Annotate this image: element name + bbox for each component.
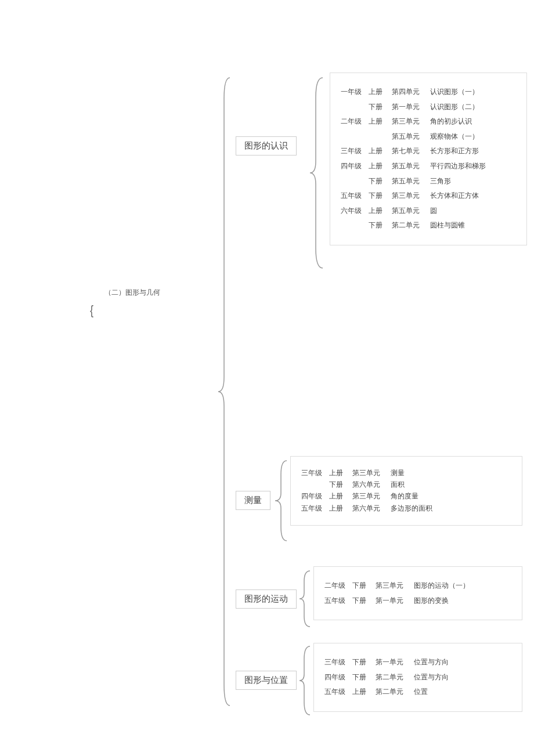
cell-grade: 三年级 (341, 145, 369, 158)
cell-unit: 第二单元 (376, 671, 414, 684)
bracket-motion-icon (297, 567, 312, 630)
cell-unit: 第五单元 (392, 160, 430, 173)
cell-topic: 图形的运动（一） (414, 580, 510, 592)
cell-volume: 上册 (329, 468, 352, 479)
cell-unit: 第三单元 (352, 468, 391, 479)
cell-grade (341, 101, 369, 114)
cell-topic: 角的度量 (391, 491, 510, 502)
bracket-measurement-icon (273, 457, 289, 544)
cell-topic: 平行四边形和梯形 (430, 160, 515, 173)
cell-topic: 长方体和正方体 (430, 190, 515, 202)
content-row: 二年级下册第三单元图形的运动（一） (324, 580, 510, 592)
content-row: 四年级上册第五单元平行四边形和梯形 (341, 160, 515, 173)
cell-topic: 位置与方向 (414, 656, 510, 669)
cell-unit: 第三单元 (392, 190, 430, 202)
content-row: 一年级上册第四单元认识图形（一） (341, 86, 515, 99)
cell-grade: 四年级 (301, 491, 329, 502)
cell-volume: 下册 (352, 580, 376, 592)
cell-unit: 第二单元 (392, 219, 430, 232)
category-position-label: 图形与位置 (244, 675, 288, 685)
category-motion: 图形的运动 (236, 589, 297, 609)
cell-topic: 图形的变换 (414, 595, 510, 607)
cell-topic: 圆柱与圆锥 (430, 219, 515, 232)
cell-topic: 认识图形（一） (430, 86, 515, 99)
cell-topic: 三角形 (430, 175, 515, 188)
panel-position: 三年级下册第一单元位置与方向四年级下册第二单元位置与方向五年级上册第二单元位置 (313, 643, 522, 712)
cell-volume: 下册 (329, 479, 352, 490)
cell-topic: 圆 (430, 205, 515, 218)
content-row: 六年级上册第五单元圆 (341, 205, 515, 218)
cell-volume: 下册 (352, 671, 376, 684)
cell-volume: 上册 (369, 115, 392, 128)
cell-unit: 第五单元 (392, 131, 430, 143)
cell-volume (369, 131, 392, 143)
cell-volume: 下册 (369, 175, 392, 188)
content-row: 五年级下册第三单元长方体和正方体 (341, 190, 515, 202)
cell-grade: 四年级 (341, 160, 369, 173)
cell-unit: 第七单元 (392, 145, 430, 158)
content-row: 下册第五单元三角形 (341, 175, 515, 188)
cell-unit: 第六单元 (352, 479, 391, 490)
category-recognition-label: 图形的认识 (244, 140, 288, 150)
cell-grade: 五年级 (341, 190, 369, 202)
content-row: 下册第六单元面积 (301, 479, 510, 490)
cell-volume: 下册 (369, 190, 392, 202)
cell-topic: 位置 (414, 686, 510, 699)
cell-unit: 第三单元 (392, 115, 430, 128)
cell-unit: 第一单元 (376, 656, 414, 669)
cell-volume: 上册 (329, 503, 352, 514)
cell-volume: 上册 (369, 205, 392, 218)
cell-grade: 四年级 (324, 671, 352, 684)
cell-volume: 上册 (329, 491, 352, 502)
cell-volume: 下册 (369, 219, 392, 232)
panel-recognition: 一年级上册第四单元认识图形（一）下册第一单元认识图形（二）二年级上册第三单元角的… (330, 73, 527, 245)
cell-volume: 下册 (369, 101, 392, 114)
content-row: 五年级下册第一单元图形的变换 (324, 595, 510, 607)
cell-grade: 三年级 (324, 656, 352, 669)
category-position: 图形与位置 (236, 671, 297, 690)
cell-grade: 二年级 (341, 115, 369, 128)
cell-unit: 第三单元 (376, 580, 414, 592)
cell-grade: 五年级 (301, 503, 329, 514)
cell-topic: 面积 (391, 479, 510, 490)
cell-unit: 第三单元 (352, 491, 391, 502)
cell-volume: 上册 (369, 160, 392, 173)
cell-topic: 多边形的面积 (391, 503, 510, 514)
cell-grade (341, 219, 369, 232)
cell-grade: 一年级 (341, 86, 369, 99)
cell-volume: 上册 (369, 86, 392, 99)
cell-unit: 第四单元 (392, 86, 430, 99)
cell-unit: 第五单元 (392, 175, 430, 188)
tiny-bracket-icon: { (90, 303, 93, 318)
cell-unit: 第二单元 (376, 686, 414, 699)
cell-grade: 五年级 (324, 595, 352, 607)
panel-motion: 二年级下册第三单元图形的运动（一）五年级下册第一单元图形的变换 (313, 566, 522, 620)
content-row: 二年级上册第三单元角的初步认识 (341, 115, 515, 128)
cell-grade (341, 175, 369, 188)
content-row: 四年级上册第三单元角的度量 (301, 491, 510, 502)
bracket-position-icon (297, 643, 312, 718)
content-row: 三年级上册第七单元长方形和正方形 (341, 145, 515, 158)
content-row: 五年级上册第二单元位置 (324, 686, 510, 699)
cell-unit: 第五单元 (392, 205, 430, 218)
cell-topic: 长方形和正方形 (430, 145, 515, 158)
content-row: 三年级上册第三单元测量 (301, 468, 510, 479)
cell-grade: 二年级 (324, 580, 352, 592)
cell-grade (301, 479, 329, 490)
cell-topic: 位置与方向 (414, 671, 510, 684)
cell-unit: 第六单元 (352, 503, 391, 514)
cell-volume: 下册 (352, 656, 376, 669)
cell-grade: 五年级 (324, 686, 352, 699)
content-row: 四年级下册第二单元位置与方向 (324, 671, 510, 684)
cell-volume: 上册 (352, 686, 376, 699)
category-measurement-label: 测量 (244, 495, 262, 505)
main-bracket-icon (216, 75, 232, 708)
cell-topic: 观察物体（一） (430, 131, 515, 143)
cell-unit: 第一单元 (392, 101, 430, 114)
cell-topic: 测量 (391, 468, 510, 479)
cell-topic: 角的初步认识 (430, 115, 515, 128)
cell-unit: 第一单元 (376, 595, 414, 607)
content-row: 三年级下册第一单元位置与方向 (324, 656, 510, 669)
category-measurement: 测量 (236, 491, 270, 510)
content-row: 第五单元观察物体（一） (341, 131, 515, 143)
